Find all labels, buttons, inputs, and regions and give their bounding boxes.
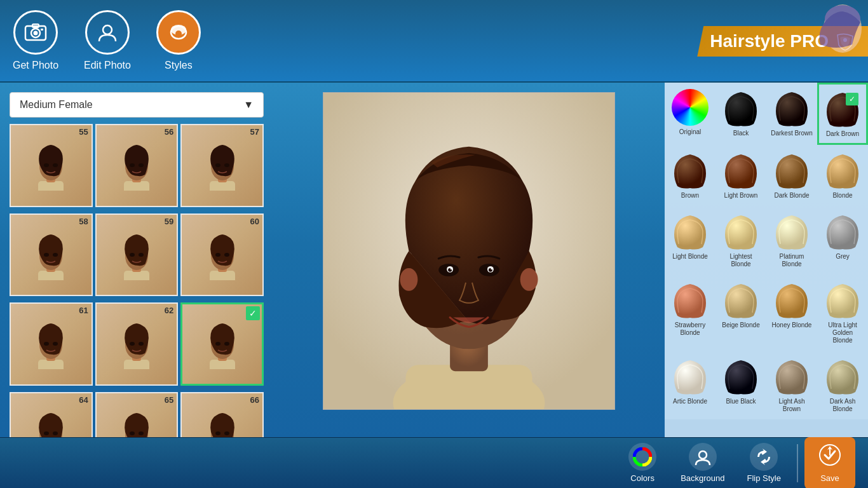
svg-point-25 — [215, 163, 220, 167]
style-number: 58 — [79, 217, 88, 226]
svg-point-60 — [44, 431, 49, 435]
background-button[interactable]: Background — [671, 438, 734, 488]
dropdown-chevron: ▼ — [243, 99, 254, 111]
style-number: 62 — [165, 306, 173, 315]
style-item-56[interactable]: 56 — [95, 124, 179, 207]
color-item-light-brown[interactable]: Light Brown — [715, 145, 766, 206]
style-number: 64 — [79, 395, 88, 405]
color-item-honey-blonde[interactable]: Honey Blonde — [766, 274, 817, 351]
color-label: Beige Blonde — [722, 322, 760, 329]
color-swatch-wrap: ✓ — [824, 90, 862, 130]
nav-edit-photo[interactable]: Edit Photo — [84, 10, 131, 71]
edit-photo-icon — [85, 10, 130, 55]
color-swatch-wrap — [722, 357, 760, 398]
save-label: Save — [820, 473, 839, 483]
style-item-57[interactable]: 57 — [180, 124, 264, 207]
svg-rect-12 — [38, 181, 64, 191]
svg-point-2 — [34, 31, 38, 36]
style-category-dropdown[interactable]: Medium Female ▼ — [10, 92, 264, 118]
style-item-60[interactable]: 60 — [180, 214, 264, 297]
color-item-light-blonde[interactable]: Light Blonde — [665, 206, 715, 274]
color-item-ultra-light-golden-blonde[interactable]: Ultra Light Golden Blonde — [817, 274, 868, 351]
style-grid: 55 — [10, 124, 264, 478]
svg-rect-17 — [124, 181, 149, 191]
color-label: Blue Black — [726, 398, 756, 405]
color-label: Dark Ash Blonde — [822, 398, 864, 413]
style-item-55[interactable]: 55 — [10, 124, 93, 207]
svg-point-85 — [400, 268, 417, 291]
color-label: Light Blonde — [672, 253, 708, 261]
svg-point-65 — [130, 431, 135, 435]
color-item-dark-brown[interactable]: ✓ Dark Brown — [817, 83, 868, 145]
color-item-strawberry-blonde[interactable]: Strawberry Blonde — [665, 274, 715, 351]
svg-rect-74 — [405, 365, 532, 409]
styles-icon — [156, 10, 201, 55]
style-number: 66 — [250, 395, 259, 405]
svg-point-55 — [215, 342, 220, 346]
save-button[interactable]: Save — [804, 437, 855, 489]
style-item-62[interactable]: 62 — [95, 302, 179, 386]
color-label: Grey — [836, 253, 850, 261]
color-item-platinum-blonde[interactable]: Platinum Blonde — [766, 206, 817, 274]
flip-style-button[interactable]: Flip Style — [738, 438, 790, 488]
color-label: Ultra Light Golden Blonde — [822, 322, 864, 344]
color-swatch-wrap — [824, 151, 862, 192]
svg-point-41 — [224, 253, 229, 257]
svg-point-84 — [491, 268, 492, 269]
color-swatch-wrap — [824, 281, 862, 322]
color-check: ✓ — [846, 93, 858, 105]
color-item-grey[interactable]: Grey — [817, 206, 868, 274]
svg-rect-22 — [210, 181, 235, 191]
color-grid: Original Black — [665, 83, 868, 419]
color-swatch-wrap — [671, 212, 709, 253]
svg-point-40 — [215, 253, 220, 257]
color-item-artic-blonde[interactable]: Artic Blonde — [665, 351, 715, 419]
svg-point-56 — [224, 342, 229, 346]
style-number: 59 — [165, 217, 173, 226]
style-item-61[interactable]: 61 — [10, 302, 93, 386]
color-swatch-wrap — [671, 151, 709, 192]
svg-point-50 — [130, 342, 135, 346]
color-item-dark-blonde[interactable]: Dark Blonde — [766, 145, 817, 206]
nav-get-photo[interactable]: Get Photo — [13, 10, 58, 71]
color-label: Honey Blonde — [772, 322, 812, 329]
color-swatch-wrap — [671, 281, 709, 322]
style-item-59[interactable]: 59 — [95, 214, 179, 297]
svg-point-83 — [451, 268, 452, 269]
svg-rect-52 — [210, 360, 235, 369]
svg-point-36 — [139, 253, 144, 257]
color-swatch-wrap — [773, 151, 811, 192]
color-swatch-wrap — [773, 212, 811, 253]
svg-point-20 — [130, 163, 135, 167]
color-item-black[interactable]: Black — [715, 83, 766, 145]
svg-point-88 — [699, 451, 707, 459]
colors-button[interactable]: Colors — [617, 438, 668, 488]
color-label: Darkest Brown — [771, 130, 813, 137]
left-panel: Medium Female ▼ — [0, 83, 273, 488]
styles-label: Styles — [165, 60, 193, 71]
color-item-beige-blonde[interactable]: Beige Blonde — [715, 274, 766, 351]
color-swatch-wrap — [824, 212, 862, 253]
svg-point-51 — [139, 342, 144, 346]
style-item-63[interactable]: ✓ — [180, 302, 264, 386]
preview-area — [323, 92, 615, 410]
color-item-original[interactable]: Original — [665, 83, 715, 145]
color-item-blonde[interactable]: Blonde — [817, 145, 868, 206]
style-item-58[interactable]: 58 — [10, 214, 93, 297]
flip-style-icon — [750, 443, 778, 471]
color-swatch-wrap — [773, 357, 811, 398]
nav-styles[interactable]: Styles — [156, 10, 201, 71]
color-item-blue-black[interactable]: Blue Black — [715, 351, 766, 419]
color-label: Brown — [681, 192, 699, 200]
svg-point-16 — [53, 163, 58, 167]
save-icon — [818, 444, 841, 471]
color-label: Original — [679, 128, 701, 136]
color-swatch-wrap — [672, 89, 709, 128]
color-item-dark-ash-blonde[interactable]: Dark Ash Blonde — [817, 351, 868, 419]
style-number: 60 — [250, 217, 259, 226]
color-item-darkest-brown[interactable]: Darkest Brown — [766, 83, 817, 145]
color-item-light-ash-brown[interactable]: Light Ash Brown — [766, 351, 817, 419]
color-item-brown[interactable]: Brown — [665, 145, 715, 206]
color-item-lightest-blonde[interactable]: Lightest Blonde — [715, 206, 766, 274]
svg-rect-42 — [38, 360, 64, 369]
